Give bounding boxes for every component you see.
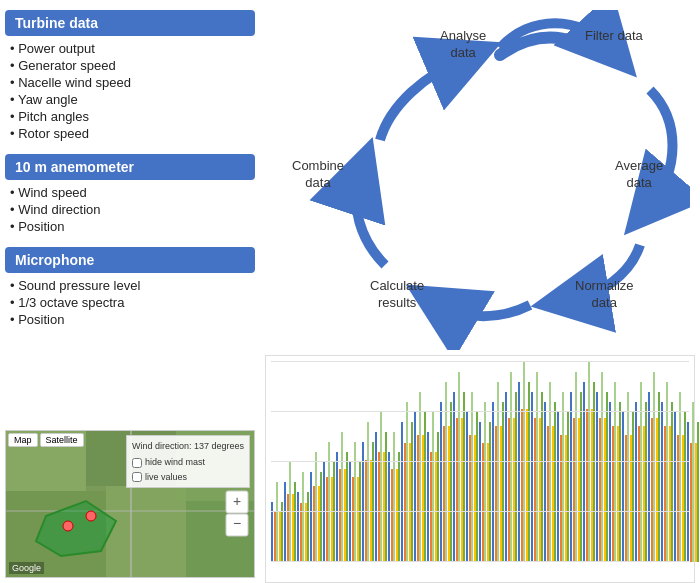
bar-group	[622, 392, 634, 562]
cycle-combine: Combinedata	[292, 158, 344, 192]
live-values-row: live values	[132, 470, 244, 484]
cycle-analyse: Analysedata	[440, 28, 486, 62]
bar	[411, 422, 413, 562]
bar-group	[427, 412, 439, 562]
bar	[372, 442, 374, 562]
bar	[554, 402, 556, 562]
list-item: Generator speed	[10, 57, 255, 74]
hide-wind-mast-row: hide wind mast	[132, 455, 244, 469]
map-image: + − Map Satellite Wind direction: 137 de…	[6, 431, 254, 577]
wind-direction-label: Wind direction: 137 degrees	[132, 439, 244, 453]
list-item: Pitch angles	[10, 108, 255, 125]
bar-group	[544, 382, 556, 562]
cycle-calculate: Calculateresults	[370, 278, 424, 312]
bar	[606, 392, 608, 562]
bar	[632, 412, 634, 562]
google-label: Google	[9, 562, 44, 574]
cycle-normalize: Normalizedata	[575, 278, 634, 312]
bar	[697, 422, 699, 562]
bar	[541, 392, 543, 562]
bar	[333, 462, 335, 562]
chart-inner	[266, 356, 694, 582]
map-tab-map[interactable]: Map	[8, 433, 38, 447]
bar-group	[414, 392, 426, 562]
map-area: + − Map Satellite Wind direction: 137 de…	[5, 430, 255, 578]
bar-group	[375, 412, 387, 562]
bar-group	[453, 372, 465, 562]
anemometer-items: Wind speed Wind direction Position	[5, 184, 255, 235]
anemometer-header: 10 m anemometer	[5, 154, 255, 180]
bar-group	[583, 362, 595, 562]
bar-group	[297, 472, 309, 562]
bar-group	[609, 382, 621, 562]
bar	[580, 392, 582, 562]
bar	[567, 412, 569, 562]
list-item: Position	[10, 311, 255, 328]
bar-group	[661, 382, 673, 562]
list-item: Wind direction	[10, 201, 255, 218]
bar	[502, 402, 504, 562]
bar	[307, 492, 309, 562]
turbine-header: Turbine data	[5, 10, 255, 36]
bar-group	[505, 372, 517, 562]
list-item: Wind speed	[10, 184, 255, 201]
bar-group	[596, 372, 608, 562]
svg-point-11	[63, 521, 73, 531]
bar	[528, 382, 530, 562]
bar	[619, 402, 621, 562]
bar-group	[284, 462, 296, 562]
bar-group	[349, 442, 361, 562]
bar-group	[323, 442, 335, 562]
live-values-checkbox[interactable]	[132, 472, 142, 482]
bar	[424, 412, 426, 562]
bar	[515, 392, 517, 562]
microphone-header: Microphone	[5, 247, 255, 273]
svg-text:+: +	[233, 493, 241, 509]
bar-group	[518, 362, 530, 562]
bar-group	[401, 402, 413, 562]
live-values-label: live values	[145, 470, 187, 484]
bar	[398, 452, 400, 562]
bar-group	[440, 382, 452, 562]
bar-group	[271, 482, 283, 562]
turbine-items: Power output Generator speed Nacelle win…	[5, 40, 255, 142]
bar	[645, 402, 647, 562]
map-tab-satellite[interactable]: Satellite	[40, 433, 84, 447]
bar	[359, 462, 361, 562]
bar-group	[635, 382, 647, 562]
bar	[684, 412, 686, 562]
bar-group	[310, 452, 322, 562]
bar-group	[492, 382, 504, 562]
hide-wind-mast-checkbox[interactable]	[132, 458, 142, 468]
bar	[346, 452, 348, 562]
hide-wind-mast-label: hide wind mast	[145, 455, 205, 469]
list-item: 1/3 octave spectra	[10, 294, 255, 311]
bar-group	[687, 402, 699, 562]
bar-group	[674, 392, 686, 562]
bar	[658, 392, 660, 562]
bar	[489, 422, 491, 562]
bar-group	[336, 432, 348, 562]
bar-group	[648, 372, 660, 562]
bar	[320, 472, 322, 562]
svg-text:−: −	[233, 515, 241, 531]
bar-group	[570, 372, 582, 562]
bar-group	[531, 372, 543, 562]
bar	[476, 412, 478, 562]
bar-group	[388, 432, 400, 562]
cycle-filter: Filter data	[585, 28, 643, 45]
bar	[593, 382, 595, 562]
bar-chart	[265, 355, 695, 583]
bar	[450, 402, 452, 562]
list-item: Position	[10, 218, 255, 235]
list-item: Nacelle wind speed	[10, 74, 255, 91]
microphone-items: Sound pressure level 1/3 octave spectra …	[5, 277, 255, 328]
bar	[671, 402, 673, 562]
bar	[281, 502, 283, 562]
list-item: Sound pressure level	[10, 277, 255, 294]
list-item: Rotor speed	[10, 125, 255, 142]
bar-group	[466, 392, 478, 562]
chart-bars-container	[271, 361, 689, 562]
map-overlay: Wind direction: 137 degrees hide wind ma…	[126, 435, 250, 488]
bar-group	[479, 402, 491, 562]
